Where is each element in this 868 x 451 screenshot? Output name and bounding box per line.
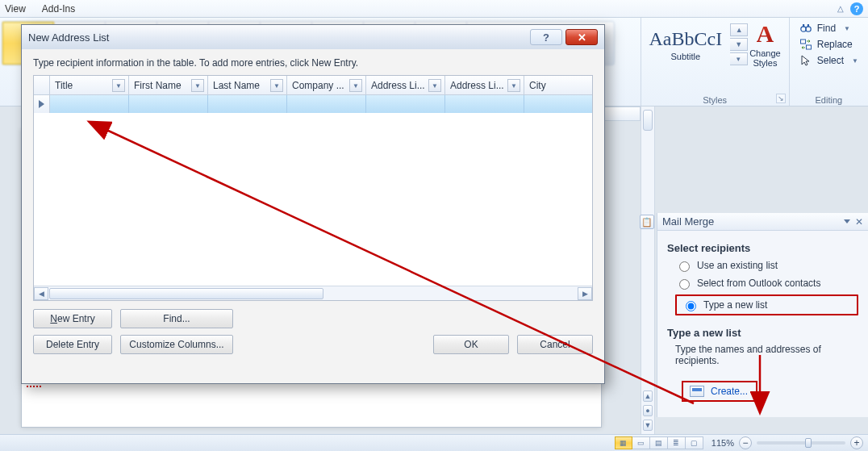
replace-button[interactable]: Replace (798, 37, 854, 52)
hscroll-left[interactable]: ◀ (34, 287, 48, 300)
web-layout-view[interactable]: ▤ (650, 436, 668, 449)
menu-view[interactable]: View (5, 3, 26, 15)
type-new-list-heading: Type a new list (667, 327, 858, 339)
outline-view[interactable]: ≣ (668, 436, 686, 449)
chevron-down-icon[interactable]: ▼ (349, 79, 362, 92)
radio-type-new-list[interactable]: Type a new list (675, 294, 858, 315)
hscroll-track[interactable] (48, 287, 578, 300)
help-icon[interactable]: ? (850, 2, 863, 15)
dialog-instructions: Type recipient information in the table.… (33, 57, 593, 69)
binoculars-icon (799, 22, 812, 35)
svg-rect-3 (807, 24, 809, 27)
radio-existing-list[interactable]: Use an existing list (675, 259, 858, 272)
dialog-help-button[interactable]: ? (530, 29, 562, 45)
col-lastname-label: Last Name (213, 80, 260, 91)
svg-rect-5 (806, 45, 811, 49)
current-row-icon (39, 100, 44, 108)
taskpane-title: Mail Merge (662, 215, 714, 228)
cursor-icon (799, 54, 812, 67)
editing-group-label: Editing (790, 95, 868, 105)
col-firstname[interactable]: First Name▼ (129, 76, 208, 94)
browse-object-button[interactable]: ● (643, 405, 653, 416)
col-company[interactable]: Company ...▼ (287, 76, 366, 94)
replace-icon (799, 38, 812, 51)
prev-page-button[interactable]: ▲ (643, 390, 653, 402)
select-button[interactable]: Select ▼ (798, 53, 860, 68)
col-city[interactable]: City (524, 76, 592, 94)
new-entry-button[interactable]: New Entry (33, 309, 112, 328)
draft-view[interactable]: ▢ (686, 436, 703, 449)
minimize-ribbon-icon[interactable]: △ (837, 4, 844, 13)
chevron-down-icon[interactable]: ▼ (270, 79, 283, 92)
col-city-label: City (529, 80, 546, 91)
hscroll-right[interactable]: ▶ (578, 287, 592, 300)
address-grid[interactable]: Title▼ First Name▼ Last Name▼ Company ..… (33, 75, 593, 301)
taskpane-close-icon[interactable]: ✕ (855, 216, 863, 228)
style-preview-text: AaBbCcI (649, 28, 723, 50)
col-title[interactable]: Title▼ (50, 76, 129, 94)
col-address1-label: Address Li... (371, 80, 425, 91)
chevron-down-icon[interactable]: ▼ (428, 79, 441, 92)
delete-entry-button[interactable]: Delete Entry (33, 335, 112, 354)
find-label: Find (817, 23, 836, 34)
row-header-corner (34, 76, 50, 94)
clipboard-pane-icon[interactable]: 📋 (640, 215, 654, 229)
dialog-title: New Address List (28, 31, 109, 44)
full-screen-view[interactable]: ▭ (632, 436, 650, 449)
styles-gallery-up[interactable]: ▲ (730, 23, 748, 36)
find-button[interactable]: Find ▼ (798, 21, 852, 35)
create-link[interactable]: Create... (682, 381, 757, 402)
radio-existing-label: Use an existing list (697, 260, 778, 271)
create-list-icon (690, 386, 704, 397)
svg-rect-2 (803, 24, 804, 27)
type-new-list-desc: Type the names and addresses of recipien… (675, 344, 858, 366)
col-address2[interactable]: Address Li...▼ (445, 76, 524, 94)
replace-label: Replace (817, 39, 853, 50)
view-buttons: ▦ ▭ ▤ ≣ ▢ (615, 436, 703, 449)
scrollbar-thumb[interactable] (643, 110, 653, 131)
vertical-scrollbar[interactable]: ▲ ● ▼ (641, 106, 655, 434)
create-link-label: Create... (711, 386, 748, 397)
radio-type-new-label: Type a new list (703, 299, 767, 311)
taskpane-menu-icon[interactable] (844, 219, 850, 223)
select-label: Select (817, 55, 844, 66)
print-layout-view[interactable]: ▦ (615, 436, 632, 449)
col-title-dropdown[interactable]: ▼ (112, 79, 125, 92)
col-lastname[interactable]: Last Name▼ (208, 76, 287, 94)
col-address1[interactable]: Address Li...▼ (366, 76, 445, 94)
ok-button[interactable]: OK (433, 335, 509, 354)
menu-addins[interactable]: Add-Ins (42, 3, 75, 15)
style-preview[interactable]: AaBbCcI Subtitle (649, 28, 723, 61)
zoom-out-button[interactable]: − (739, 436, 752, 449)
radio-outlook[interactable]: Select from Outlook contacts (675, 277, 858, 290)
cancel-button[interactable]: Cancel (517, 335, 593, 354)
styles-gallery-down[interactable]: ▼ (730, 38, 748, 51)
col-company-label: Company ... (292, 80, 344, 91)
styles-group-label: Styles (641, 95, 789, 105)
new-entry-label: ew Entry (57, 313, 95, 324)
next-page-button[interactable]: ▼ (643, 420, 653, 431)
chevron-down-icon[interactable]: ▼ (191, 79, 204, 92)
chevron-down-icon[interactable]: ▼ (507, 79, 520, 92)
zoom-slider-thumb[interactable] (805, 438, 812, 448)
find-dropdown-icon[interactable]: ▼ (844, 25, 850, 32)
col-firstname-label: First Name (134, 80, 182, 91)
hscroll-thumb[interactable] (49, 288, 323, 299)
styles-gallery-more[interactable]: ▾ (730, 52, 748, 65)
select-dropdown-icon[interactable]: ▼ (852, 57, 858, 65)
svg-rect-4 (800, 40, 805, 44)
zoom-in-button[interactable]: + (850, 436, 863, 449)
col-title-label: Title (55, 80, 73, 91)
radio-outlook-label: Select from Outlook contacts (697, 278, 820, 289)
table-row[interactable] (34, 95, 592, 113)
zoom-slider[interactable] (757, 441, 845, 445)
dialog-close-button[interactable]: ✕ (565, 29, 598, 45)
find-entry-button[interactable]: Find... (120, 309, 233, 328)
style-subtitle-label: Subtitle (670, 52, 700, 61)
customize-columns-button[interactable]: Customize Columns... (120, 335, 233, 354)
change-styles-button[interactable]: A Change Styles (749, 21, 781, 68)
select-recipients-heading: Select recipients (667, 242, 858, 254)
styles-dialog-launcher[interactable]: ↘ (776, 94, 786, 103)
change-styles-label: Change Styles (749, 48, 781, 68)
zoom-level[interactable]: 115% (712, 438, 734, 448)
